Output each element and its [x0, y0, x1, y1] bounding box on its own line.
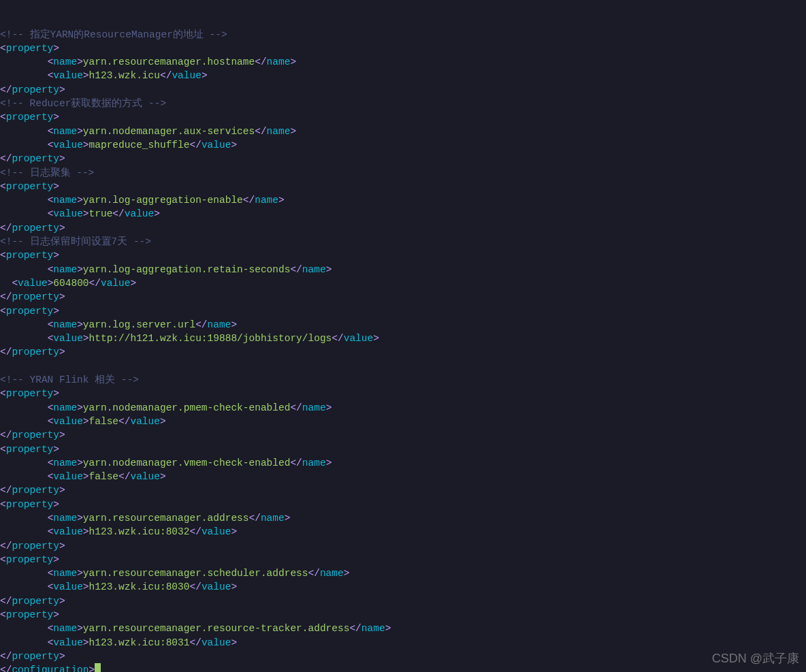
prop-name: yarn.log-aggregation.retain-seconds — [83, 264, 291, 275]
prop-name: yarn.resourcemanager.resource-tracker.ad… — [83, 623, 350, 634]
watermark-text: CSDN @武子康 — [712, 652, 799, 665]
prop-name: yarn.nodemanager.pmem-check-enabled — [83, 402, 291, 413]
prop-value: http://h121.wzk.icu:19888/jobhistory/log… — [89, 333, 332, 344]
prop-name: yarn.resourcemanager.address — [83, 513, 249, 524]
prop-value: mapreduce_shuffle — [89, 140, 190, 150]
cursor — [95, 663, 101, 672]
prop-name: yarn.nodemanager.vmem-check-enabled — [83, 458, 291, 468]
comment-line: <!-- YRAN Flink 相关 --> — [0, 374, 139, 385]
prop-value: h123.wzk.icu:8032 — [89, 526, 190, 537]
prop-value: h123.wzk.icu:8031 — [89, 637, 190, 648]
prop-name: yarn.nodemanager.aux-services — [83, 126, 255, 137]
comment-line: <!-- 日志聚集 --> — [0, 167, 94, 178]
comment-line: <!-- 日志保留时间设置7天 --> — [0, 236, 151, 247]
prop-name: yarn.resourcemanager.scheduler.address — [83, 568, 308, 579]
prop-name: yarn.log-aggregation-enable — [83, 195, 243, 206]
prop-name: yarn.log.server.url — [83, 319, 195, 330]
editor-content[interactable]: <!-- 指定YARN的ResourceManager的地址 --> <prop… — [0, 28, 806, 672]
prop-value: 604800 — [53, 278, 88, 289]
comment-line: <!-- Reducer获取数据的方式 --> — [0, 98, 166, 109]
prop-name: yarn.resourcemanager.hostname — [83, 57, 255, 67]
comment-line: <!-- 指定YARN的ResourceManager的地址 --> — [0, 29, 227, 40]
prop-value: h123.wzk.icu:8030 — [89, 581, 190, 592]
prop-value: h123.wzk.icu — [89, 70, 160, 81]
prop-value: true — [89, 208, 113, 219]
prop-value: false — [89, 471, 119, 482]
prop-value: false — [89, 416, 119, 427]
